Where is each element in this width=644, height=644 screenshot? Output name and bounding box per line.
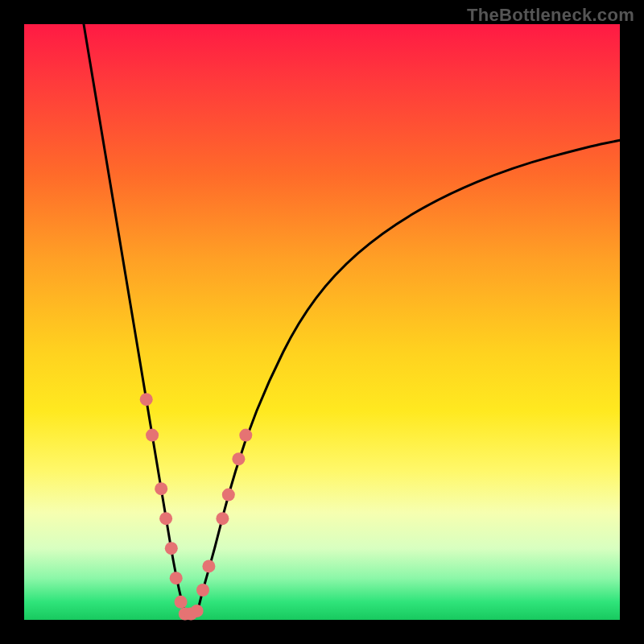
data-marker: [175, 596, 188, 609]
data-marker: [165, 542, 178, 555]
curve-svg: [24, 24, 620, 620]
data-marker: [196, 584, 209, 597]
plot-area: [24, 24, 620, 620]
marker-group: [140, 393, 253, 620]
chart-frame: TheBottleneck.com: [0, 0, 644, 644]
data-marker: [155, 482, 167, 495]
data-marker: [222, 489, 235, 502]
data-marker: [202, 559, 215, 572]
data-marker: [140, 393, 153, 406]
data-marker: [239, 429, 252, 442]
data-marker: [191, 605, 204, 617]
watermark-text: TheBottleneck.com: [467, 5, 634, 26]
curve-left-branch: [84, 24, 185, 614]
data-marker: [232, 452, 245, 465]
data-marker: [216, 512, 229, 525]
curve-right-branch: [197, 140, 620, 613]
data-marker: [146, 429, 159, 442]
data-marker: [170, 572, 183, 584]
data-marker: [159, 512, 172, 525]
curve-group: [84, 24, 620, 617]
